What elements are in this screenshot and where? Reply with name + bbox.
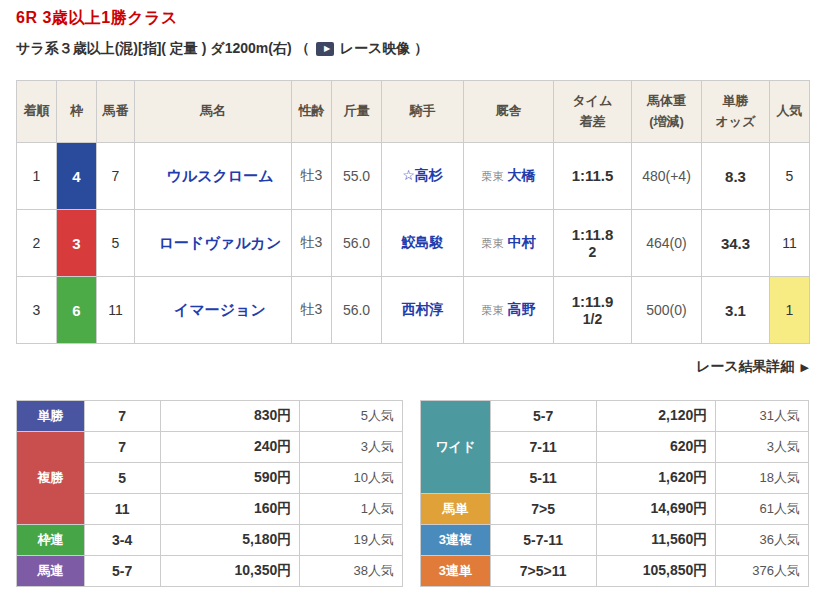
results-header-row: 着順 枠 馬番 馬名 性齢 斤量 騎手 厩舎 タイム 着差 馬体重 (増減) 単…: [17, 81, 810, 143]
payout-popularity: 36人気: [716, 525, 809, 556]
combo: 5-7: [490, 401, 596, 432]
horse-name-cell: ロードヴァルカン: [135, 210, 292, 277]
bet-type-quinella: 馬連: [17, 556, 85, 587]
carried-weight: 56.0: [332, 210, 382, 277]
payout-popularity: 61人気: [716, 494, 809, 525]
race-video-link[interactable]: ▶ レース映像: [314, 40, 411, 58]
race-conditions-text: サラ系３歳以上(混)[指]( 定量 ) ダ1200m(右): [16, 40, 292, 58]
jockey-cell: 西村淳: [382, 277, 464, 344]
horse-name-link[interactable]: ウルスクローム: [166, 167, 273, 184]
payout-amount: 160円: [160, 494, 300, 525]
detail-link-row: レース結果詳細▶: [16, 357, 809, 376]
payout-row: 枠連 3-4 5,180円 19人気: [17, 525, 403, 556]
bet-type-trio: 3連複: [421, 525, 491, 556]
payout-amount: 2,120円: [596, 401, 716, 432]
win-odds: 8.3: [702, 143, 770, 210]
finish-time: 1:11.9: [554, 293, 631, 311]
popularity: 5: [770, 143, 810, 210]
sex-age: 牡3: [292, 277, 332, 344]
col-header-jockey: 騎手: [382, 81, 464, 143]
horse-number: 11: [97, 277, 135, 344]
jockey-cell: 鮫島駿: [382, 210, 464, 277]
stable-region: 栗東: [482, 304, 504, 316]
right-arrow-icon: ▶: [801, 361, 809, 373]
paren-open: （: [296, 40, 310, 58]
payout-popularity: 31人気: [716, 401, 809, 432]
race-result-page: 6R 3歳以上1勝クラス サラ系３歳以上(混)[指]( 定量 ) ダ1200m(…: [0, 0, 825, 594]
payout-row: 馬単 7>5 14,690円 61人気: [421, 494, 809, 525]
margin: 2: [554, 244, 631, 261]
win-odds: 3.1: [702, 277, 770, 344]
race-result-detail-link[interactable]: レース結果詳細▶: [696, 358, 809, 374]
finish-time: 1:11.8: [554, 226, 631, 244]
col-header-time-margin: タイム 着差: [554, 81, 632, 143]
table-row: 3 6 11 イマージョン 牡3 56.0 西村淳 栗東高野 1:11.91/2…: [17, 277, 810, 344]
col-header-order: 着順: [17, 81, 57, 143]
payout-table-left: 単勝 7 830円 5人気 複勝 7 240円 3人気 5 590円 10人気 …: [16, 400, 403, 587]
combo: 7-11: [490, 432, 596, 463]
payout-amount: 620円: [596, 432, 716, 463]
horse-number: 7: [97, 143, 135, 210]
bet-type-place: 複勝: [17, 432, 85, 525]
time-margin-cell: 1:11.91/2: [554, 277, 632, 344]
col-header-body-weight: 馬体重 (増減): [632, 81, 702, 143]
jockey-cell: ☆高杉: [382, 143, 464, 210]
horse-name-cell: ウルスクローム: [135, 143, 292, 210]
payout-popularity: 5人気: [300, 401, 403, 432]
combo: 7>5>11: [490, 556, 596, 587]
payout-amount: 105,850円: [596, 556, 716, 587]
carried-weight: 56.0: [332, 277, 382, 344]
stable-region: 栗東: [482, 170, 504, 182]
payout-row: 3連複 5-7-11 11,560円 36人気: [421, 525, 809, 556]
trainer-link[interactable]: 大橋: [508, 167, 536, 183]
trainer-link[interactable]: 中村: [508, 234, 536, 250]
race-conditions: サラ系３歳以上(混)[指]( 定量 ) ダ1200m(右) （ ▶ レース映像 …: [16, 40, 809, 58]
combo: 7: [84, 432, 160, 463]
col-header-frame: 枠: [57, 81, 97, 143]
body-weight: 500(0): [632, 277, 702, 344]
stable-cell: 栗東高野: [464, 277, 554, 344]
combo: 5-11: [490, 463, 596, 494]
jockey-link[interactable]: 西村淳: [402, 301, 444, 317]
carried-weight: 55.0: [332, 143, 382, 210]
video-play-icon: ▶: [316, 42, 334, 56]
frame-number: 4: [57, 143, 97, 210]
stable-cell: 栗東中村: [464, 210, 554, 277]
payout-amount: 240円: [160, 432, 300, 463]
combo: 5-7-11: [490, 525, 596, 556]
col-header-name: 馬名: [135, 81, 292, 143]
col-header-odds: 単勝 オッズ: [702, 81, 770, 143]
horse-name-link[interactable]: イマージョン: [174, 301, 266, 318]
payout-row: 馬連 5-7 10,350円 38人気: [17, 556, 403, 587]
payout-amount: 830円: [160, 401, 300, 432]
table-row: 2 3 5 ロードヴァルカン 牡3 56.0 鮫島駿 栗東中村 1:11.82 …: [17, 210, 810, 277]
payout-amount: 10,350円: [160, 556, 300, 587]
jockey-link[interactable]: 鮫島駿: [402, 234, 444, 250]
payout-row: ワイド 5-7 2,120円 31人気: [421, 401, 809, 432]
col-header-number: 馬番: [97, 81, 135, 143]
payout-amount: 14,690円: [596, 494, 716, 525]
race-title: 6R 3歳以上1勝クラス: [16, 8, 809, 29]
payout-table-right: ワイド 5-7 2,120円 31人気 7-11 620円 3人気 5-11 1…: [420, 400, 809, 587]
trainer-link[interactable]: 高野: [508, 301, 536, 317]
race-results-table: 着順 枠 馬番 馬名 性齢 斤量 騎手 厩舎 タイム 着差 馬体重 (増減) 単…: [16, 80, 810, 344]
bet-type-win: 単勝: [17, 401, 85, 432]
payout-section: 単勝 7 830円 5人気 複勝 7 240円 3人気 5 590円 10人気 …: [16, 400, 809, 587]
col-header-weight: 斤量: [332, 81, 382, 143]
frame-number: 3: [57, 210, 97, 277]
col-header-popularity: 人気: [770, 81, 810, 143]
horse-number: 5: [97, 210, 135, 277]
finish-order: 1: [17, 143, 57, 210]
combo: 7>5: [490, 494, 596, 525]
horse-name-link[interactable]: ロードヴァルカン: [159, 234, 281, 251]
bet-type-trifecta: 3連単: [421, 556, 491, 587]
stable-region: 栗東: [482, 237, 504, 249]
payout-amount: 1,620円: [596, 463, 716, 494]
margin: 1/2: [554, 311, 631, 328]
payout-popularity: 3人気: [716, 432, 809, 463]
horse-name-cell: イマージョン: [135, 277, 292, 344]
jockey-link[interactable]: ☆高杉: [402, 167, 443, 183]
paren-close: ）: [414, 40, 428, 58]
finish-order: 2: [17, 210, 57, 277]
frame-number: 6: [57, 277, 97, 344]
